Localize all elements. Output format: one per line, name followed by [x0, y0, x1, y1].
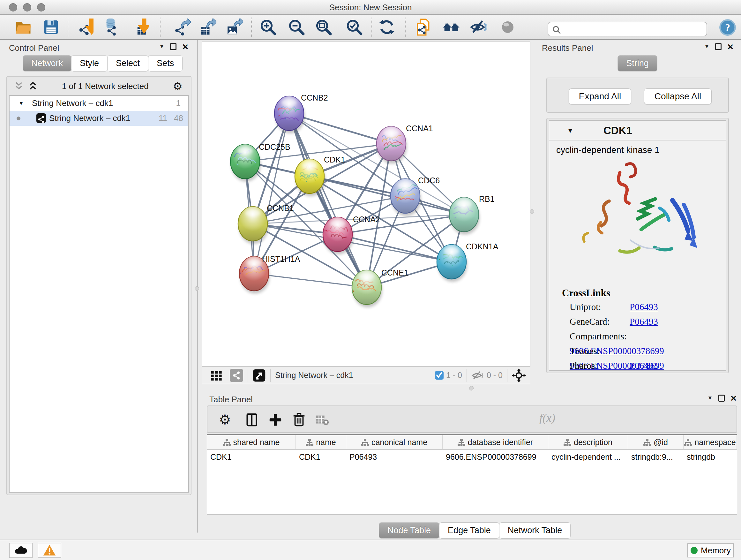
zoom-fit-icon[interactable]: [315, 18, 332, 36]
panel-float-icon[interactable]: [715, 43, 722, 50]
column-header-namespace[interactable]: namespace: [684, 435, 737, 449]
network-node-CCNB2[interactable]: [274, 96, 305, 133]
tab-network[interactable]: Network: [23, 55, 71, 71]
show-columns-icon[interactable]: [245, 413, 259, 427]
column-header-canonical-name[interactable]: canonical name: [346, 435, 443, 449]
zoom-in-icon[interactable]: [259, 18, 277, 36]
network-edge-CCNB2-HIST1H1A[interactable]: [254, 113, 289, 273]
network-node-RB1[interactable]: [449, 197, 480, 235]
grid-view-icon[interactable]: [210, 369, 223, 382]
gene-expander-icon[interactable]: ▼: [567, 127, 574, 134]
search-input[interactable]: [563, 23, 704, 35]
table-cell[interactable]: P06493: [346, 450, 443, 464]
delete-column-icon[interactable]: [292, 413, 307, 427]
network-node-CCNE1[interactable]: [352, 270, 382, 307]
warnings-button[interactable]: [38, 543, 61, 558]
tab-style[interactable]: Style: [71, 55, 108, 71]
node-label-RB1: RB1: [479, 194, 495, 203]
export-document-icon[interactable]: [415, 18, 432, 36]
tab-node-table[interactable]: Node Table: [379, 522, 440, 539]
string-home-icon[interactable]: [443, 18, 460, 36]
toolbar-separator: [160, 17, 160, 37]
network-tree-network-row[interactable]: String Network – cdk1 11 48: [10, 111, 188, 126]
hide-graphics-icon[interactable]: [470, 18, 487, 36]
zoom-out-icon[interactable]: [288, 18, 305, 36]
panel-float-icon[interactable]: [718, 395, 725, 401]
network-edge-HIST1H1A-CCNE1[interactable]: [254, 273, 367, 287]
gear-icon[interactable]: ⚙: [173, 80, 183, 92]
refresh-layout-icon[interactable]: [378, 18, 395, 36]
open-session-icon[interactable]: [15, 18, 32, 36]
panel-collapse-icon[interactable]: ▼: [704, 44, 710, 50]
save-session-icon[interactable]: [43, 18, 60, 36]
import-table-icon[interactable]: [132, 18, 149, 36]
zoom-selected-icon[interactable]: [346, 18, 363, 36]
network-tree-collection-row[interactable]: ▼ String Network – cdk1 1: [10, 96, 188, 111]
table-cell[interactable]: 9606.ENSP00000378699: [443, 450, 548, 464]
horizontal-splitter[interactable]: [202, 384, 741, 393]
share-view-icon[interactable]: [230, 369, 243, 382]
crosslink-value-link[interactable]: P06493: [630, 316, 658, 327]
tab-select[interactable]: Select: [107, 55, 148, 71]
export-image-icon[interactable]: [226, 18, 243, 36]
add-column-icon[interactable]: [268, 413, 283, 427]
tab-edge-table[interactable]: Edge Table: [439, 522, 499, 539]
expand-all-icon[interactable]: [28, 81, 38, 91]
table-cell[interactable]: CDK1: [296, 450, 346, 464]
collapse-all-button[interactable]: Collapse All: [644, 88, 712, 105]
table-row[interactable]: CDK1CDK1P064939606.ENSP00000378699cyclin…: [207, 450, 737, 464]
network-node-CDKN1A[interactable]: [437, 245, 467, 282]
detach-view-icon[interactable]: [253, 369, 266, 382]
network-node-CCNA1[interactable]: [377, 126, 407, 164]
memory-button[interactable]: Memory: [687, 543, 734, 557]
splitter-handle[interactable]: [469, 386, 474, 390]
panel-float-icon[interactable]: [170, 43, 177, 50]
column-header-name[interactable]: name: [296, 435, 346, 449]
network-node-CCNB1[interactable]: [238, 206, 268, 244]
network-edge-CCNB2-CCNE1[interactable]: [289, 113, 367, 287]
network-graph[interactable]: CCNB2CCNA1CDC25BCDK1CDC6RB1CCNB1CCNA2CDK…: [202, 42, 530, 366]
table-settings-gear-icon[interactable]: ⚙: [219, 413, 233, 427]
table-cell[interactable]: cyclin-dependent ...: [548, 450, 628, 464]
panel-close-icon[interactable]: ×: [731, 395, 737, 401]
tree-expander-icon[interactable]: ▼: [18, 96, 24, 111]
search-box[interactable]: [548, 22, 707, 37]
import-network-database-icon[interactable]: [102, 18, 119, 36]
crosslink-value-link[interactable]: P06493: [630, 361, 658, 371]
export-table-icon[interactable]: [199, 18, 216, 36]
splitter-handle[interactable]: [530, 209, 534, 213]
export-network-icon[interactable]: [174, 18, 191, 36]
column-header--id[interactable]: @id: [628, 435, 684, 449]
disabled-eye-icon: [499, 18, 516, 36]
help-icon[interactable]: [719, 19, 736, 36]
selected-checkbox-icon[interactable]: [435, 371, 444, 380]
column-header-database-identifier[interactable]: database identifier: [443, 435, 548, 449]
network-node-CDC25B[interactable]: [230, 144, 261, 182]
birdseye-toggle-icon[interactable]: [512, 368, 526, 382]
table-cell[interactable]: stringdb: [684, 450, 737, 464]
tab-network-table[interactable]: Network Table: [499, 522, 571, 539]
panel-close-icon[interactable]: ×: [182, 43, 188, 50]
column-header-shared-name[interactable]: shared name: [207, 435, 296, 449]
crosslink-value-link[interactable]: P06493: [630, 302, 658, 312]
hidden-eye-icon[interactable]: [471, 369, 484, 382]
column-header-description[interactable]: description: [548, 435, 628, 449]
splitter-handle[interactable]: [195, 287, 199, 291]
network-node-CDK1[interactable]: [295, 159, 325, 196]
panel-collapse-icon[interactable]: ▼: [159, 44, 164, 50]
node-label-CDK1: CDK1: [324, 155, 345, 164]
collapse-all-icon[interactable]: [14, 81, 23, 91]
panel-collapse-icon[interactable]: ▼: [707, 395, 713, 401]
table-cell[interactable]: CDK1: [207, 450, 296, 464]
network-node-CDC6[interactable]: [391, 179, 421, 216]
cloud-button[interactable]: [9, 543, 32, 558]
network-canvas[interactable]: CCNB2CCNA1CDC25BCDK1CDC6RB1CCNB1CCNA2CDK…: [202, 42, 530, 367]
tab-sets[interactable]: Sets: [148, 55, 183, 71]
tab-string[interactable]: String: [617, 55, 657, 71]
table-cell[interactable]: stringdb:9...: [628, 450, 684, 464]
expand-all-button[interactable]: Expand All: [569, 88, 631, 105]
import-network-icon[interactable]: [76, 18, 93, 36]
panel-close-icon[interactable]: ×: [727, 43, 733, 50]
network-node-CCNA2[interactable]: [323, 217, 353, 254]
gene-header[interactable]: ▼ CDK1: [549, 121, 726, 140]
